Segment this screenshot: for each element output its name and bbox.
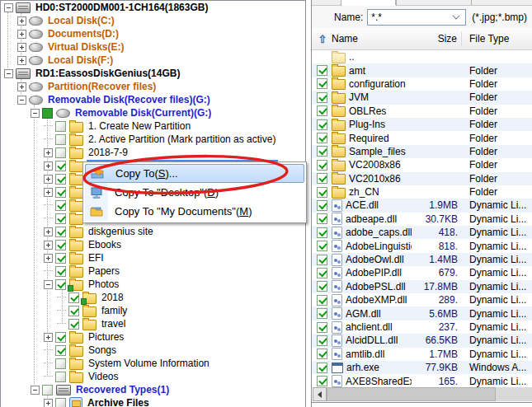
- file-row[interactable]: ahclient.dll237.Dynamic Li...: [312, 320, 532, 334]
- tree-checkbox[interactable]: [55, 332, 66, 343]
- tree-item[interactable]: Archive Files: [1, 396, 305, 407]
- file-row[interactable]: AdobeLinguistic.dll818.Dynamic Li...: [312, 239, 532, 252]
- menu-item-copy-to-desktop[interactable]: Copy To "Desktop"(D): [85, 183, 304, 202]
- expand-icon[interactable]: [44, 227, 53, 236]
- expand-icon[interactable]: [44, 241, 53, 250]
- tree-checkbox[interactable]: [55, 200, 66, 211]
- file-checkbox[interactable]: [317, 322, 327, 333]
- tree-checkbox[interactable]: [55, 161, 66, 171]
- expand-icon[interactable]: [17, 16, 26, 26]
- file-checkbox[interactable]: [317, 92, 327, 103]
- tree-item[interactable]: Removable Disk(Recover files)(G:): [1, 93, 305, 106]
- tree-checkbox[interactable]: [55, 253, 66, 264]
- file-checkbox[interactable]: [317, 78, 327, 89]
- expand-icon[interactable]: [44, 399, 53, 407]
- file-row[interactable]: AXE8SharedExpat.dll165.Dynamic Li...: [312, 374, 532, 387]
- expand-icon[interactable]: [17, 56, 26, 65]
- file-checkbox[interactable]: [317, 268, 327, 278]
- file-row[interactable]: adobe_caps.dll418.Dynamic Li...: [312, 226, 532, 239]
- tree-item[interactable]: Local Disk(C:): [1, 14, 305, 27]
- column-header-size[interactable]: Size: [411, 33, 457, 44]
- file-row[interactable]: configurationFolder: [312, 77, 532, 91]
- file-checkbox[interactable]: [317, 200, 327, 211]
- tree-item[interactable]: Recovered Types(1): [1, 383, 305, 396]
- file-row[interactable]: JVMFolder: [312, 91, 532, 104]
- file-row[interactable]: ..: [312, 50, 532, 63]
- collapse-icon[interactable]: [17, 96, 26, 105]
- menu-item-copy-to[interactable]: Copy To(S)...: [85, 164, 304, 183]
- tree-item[interactable]: Pictures: [1, 330, 305, 344]
- tree-item[interactable]: travel: [1, 317, 305, 330]
- file-row[interactable]: adbeape.dll30.7KBDynamic Li...: [312, 213, 532, 226]
- menu-item-copy-to-my-documents[interactable]: Copy To "My Documents"(M): [85, 202, 304, 221]
- tree-checkbox[interactable]: [55, 187, 66, 198]
- file-row[interactable]: ACE.dll1.9MBDynamic Li...: [312, 199, 532, 212]
- file-checkbox[interactable]: [317, 241, 327, 251]
- tree-item[interactable]: Videos: [1, 370, 305, 383]
- tree-item[interactable]: Documents(D:): [1, 27, 305, 40]
- tree-checkbox[interactable]: [42, 108, 53, 119]
- tree-item[interactable]: family: [1, 304, 305, 317]
- tree-checkbox[interactable]: [55, 174, 66, 185]
- tree-item[interactable]: 1. Create New Partition: [1, 119, 305, 133]
- file-checkbox[interactable]: [317, 65, 327, 76]
- file-checkbox[interactable]: [317, 133, 327, 143]
- collapse-icon[interactable]: [4, 69, 13, 78]
- tree-checkbox[interactable]: [68, 292, 79, 303]
- tree-checkbox[interactable]: [55, 266, 66, 277]
- tree-checkbox[interactable]: [55, 213, 66, 224]
- tree-item[interactable]: 2018-7-9: [1, 146, 305, 159]
- tree-item[interactable]: HD0:ST2000DM001-1CH164(1863GB): [1, 1, 305, 14]
- file-checkbox[interactable]: [317, 255, 327, 265]
- collapse-icon[interactable]: [31, 109, 40, 118]
- file-row[interactable]: AdobeXMP.dll289.Dynamic Li...: [312, 293, 532, 306]
- tree-item[interactable]: Papers: [1, 264, 305, 278]
- tab-strip[interactable]: [312, 0, 532, 6]
- tree-checkbox[interactable]: [55, 134, 66, 145]
- tree-checkbox[interactable]: [68, 319, 79, 330]
- file-row[interactable]: AdobePSL.dll17.8MBDynamic Li...: [312, 280, 532, 293]
- scroll-left-button[interactable]: [313, 387, 327, 401]
- file-row[interactable]: AlcidDLL.dll66.5KBDynamic Li...: [312, 334, 532, 347]
- file-row[interactable]: Plug-InsFolder: [312, 118, 532, 131]
- file-checkbox[interactable]: [317, 213, 327, 224]
- tree-checkbox[interactable]: [55, 358, 66, 369]
- horizontal-scrollbar[interactable]: [313, 387, 532, 401]
- tree-item[interactable]: Local Disk(F:): [1, 54, 305, 67]
- expand-icon[interactable]: [17, 82, 26, 91]
- tree-checkbox[interactable]: [42, 385, 53, 395]
- file-row[interactable]: OBLResFolder: [312, 105, 532, 118]
- file-row[interactable]: zh_CNFolder: [312, 185, 532, 199]
- tree-item[interactable]: RD1:EassosDiskGenius(14GB): [1, 67, 305, 80]
- expand-icon[interactable]: [44, 175, 53, 184]
- tree-checkbox[interactable]: [55, 279, 66, 290]
- tree-item[interactable]: Removable Disk(Current)(G:): [1, 106, 305, 119]
- file-row[interactable]: Sample_filesFolder: [312, 145, 532, 158]
- expand-icon[interactable]: [44, 148, 53, 157]
- file-checkbox[interactable]: [317, 227, 327, 238]
- tree-item[interactable]: 2. Active Partition (Mark partition as a…: [1, 133, 305, 146]
- file-row[interactable]: AdobePIP.dll679.Dynamic Li...: [312, 266, 532, 279]
- file-checkbox[interactable]: [317, 363, 327, 373]
- expand-icon[interactable]: [44, 333, 53, 342]
- file-checkbox[interactable]: [317, 335, 327, 346]
- collapse-icon[interactable]: [31, 386, 40, 395]
- file-checkbox[interactable]: [317, 281, 327, 292]
- expand-icon[interactable]: [17, 43, 26, 52]
- file-checkbox[interactable]: [317, 308, 327, 319]
- expand-icon[interactable]: [44, 188, 53, 197]
- tree-item[interactable]: Songs: [1, 344, 305, 357]
- file-row[interactable]: VC2008x86Folder: [312, 158, 532, 171]
- column-header-file-type[interactable]: File Type: [461, 31, 532, 46]
- tree-checkbox[interactable]: [68, 306, 79, 316]
- tree-item[interactable]: Virtual Disks(E:): [1, 40, 305, 54]
- file-row[interactable]: arh.exe77.9KBWindows A...: [312, 361, 532, 374]
- file-row[interactable]: amtlib.dll1.7MBDynamic Li...: [312, 348, 532, 361]
- tree-checkbox[interactable]: [55, 227, 66, 237]
- file-row[interactable]: amtFolder: [312, 63, 532, 77]
- file-checkbox[interactable]: [317, 119, 327, 130]
- collapse-icon[interactable]: [44, 280, 53, 289]
- file-row[interactable]: AdobeOwl.dll1.4MBDynamic Li...: [312, 253, 532, 266]
- tree-item[interactable]: Ebooks: [1, 238, 305, 251]
- tree-checkbox[interactable]: [55, 147, 66, 158]
